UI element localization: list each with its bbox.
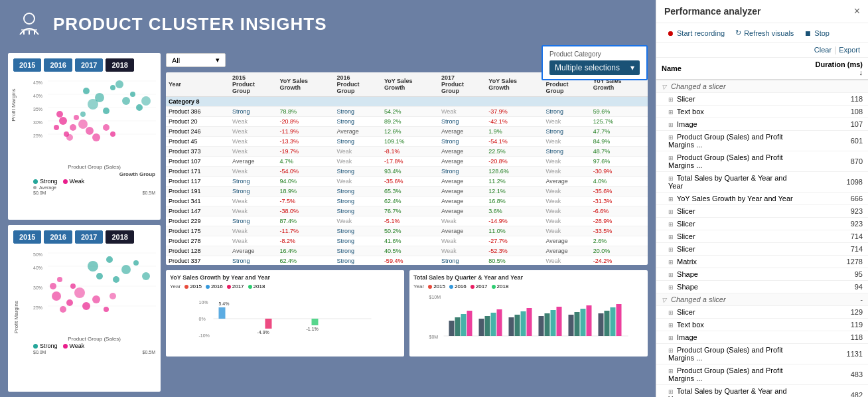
svg-text:25%: 25% bbox=[33, 133, 42, 138]
cell-v16: 109.1% bbox=[382, 137, 439, 147]
page-title: PRODUCT CLUSTER INSIGHTS bbox=[53, 14, 327, 35]
svg-rect-82 bbox=[485, 316, 490, 336]
year-btn-2016-bottom[interactable]: 2016 bbox=[44, 230, 72, 244]
export-button[interactable]: Export bbox=[839, 46, 860, 54]
cell-v18: 59.6% bbox=[591, 107, 648, 117]
cell-g17: Average bbox=[439, 147, 486, 157]
expand-icon: ⊞ bbox=[668, 121, 674, 128]
cell-product: Product 341 bbox=[166, 197, 230, 206]
cell-v17: -20.8% bbox=[486, 157, 543, 167]
cell-g17: Weak bbox=[439, 236, 486, 246]
svg-rect-99 bbox=[611, 307, 616, 336]
svg-rect-85 bbox=[509, 317, 514, 336]
year-btn-2017-bottom[interactable]: 2017 bbox=[75, 230, 103, 244]
col-2015-group: 2015ProductGroup bbox=[230, 72, 277, 97]
x-axis-label-bottom: Product Group (Sales) bbox=[33, 336, 155, 342]
cell-g17: Average bbox=[439, 127, 486, 137]
analyzer-row: ⊞ Product Group (Sales) and Profit Margi… bbox=[656, 364, 868, 385]
svg-rect-83 bbox=[491, 313, 496, 336]
cell-v17: -52.3% bbox=[486, 246, 543, 256]
cell-g18: Average bbox=[543, 236, 590, 246]
cell-v15: -38.0% bbox=[277, 206, 334, 216]
svg-point-50 bbox=[133, 260, 139, 266]
cell-g18: Strong bbox=[543, 147, 590, 157]
cell-g15: Weak bbox=[230, 236, 277, 246]
cell-v17: 22.5% bbox=[486, 147, 543, 157]
cell-v18: -24.2% bbox=[591, 256, 648, 266]
cell-g17: Weak bbox=[439, 216, 486, 226]
year-btn-2015-bottom[interactable]: 2015 bbox=[13, 230, 41, 244]
analyzer-table: Name Duration (ms) ↓ ▽ Changed a slicer … bbox=[656, 58, 868, 397]
svg-rect-91 bbox=[551, 310, 556, 336]
expand-icon: ⊞ bbox=[668, 96, 674, 103]
year-btn-2017-top[interactable]: 2017 bbox=[75, 58, 103, 72]
legend-weak-bottom: Weak bbox=[63, 343, 85, 349]
analyzer-row: ⊞ Shape 95 bbox=[656, 268, 868, 281]
close-button[interactable]: × bbox=[854, 5, 860, 17]
cell-v15: -13.3% bbox=[277, 137, 334, 147]
legend-weak-top: Weak bbox=[63, 178, 85, 185]
expand-icon: ⊞ bbox=[668, 175, 674, 182]
filter-all-label: All bbox=[172, 56, 180, 64]
svg-point-0 bbox=[24, 13, 35, 24]
analyzer-row: ⊞ Slicer 714 bbox=[656, 243, 868, 256]
svg-point-54 bbox=[66, 299, 73, 306]
analyzer-row: ⊞ YoY Sales Growth by Year and Year 666 bbox=[656, 193, 868, 205]
col-year: Year bbox=[166, 72, 230, 97]
cell-v16: -17.8% bbox=[382, 157, 439, 167]
table-row: Product 175 Weak -11.7% Strong 50.2% Ave… bbox=[166, 226, 648, 236]
analyzer-item-name: ⊞ Slicer bbox=[656, 93, 808, 106]
cell-g16: Strong bbox=[334, 236, 382, 246]
cell-v17: 12.1% bbox=[486, 187, 543, 197]
col-2016-group: 2016ProductGroup bbox=[334, 72, 382, 97]
start-recording-button[interactable]: ⏺ Start recording bbox=[664, 28, 727, 39]
svg-point-21 bbox=[130, 92, 135, 97]
expand-icon: ⊞ bbox=[668, 234, 674, 240]
year-btn-2016-top[interactable]: 2016 bbox=[44, 58, 72, 72]
filter-icon: ▽ bbox=[662, 297, 666, 303]
chevron-down-icon: ▾ bbox=[630, 63, 634, 72]
analyzer-item-duration: 714 bbox=[808, 243, 868, 256]
analyzer-row: ⊞ Image 118 bbox=[656, 331, 868, 344]
svg-rect-97 bbox=[599, 313, 604, 336]
year-btn-2018-top[interactable]: 2018 bbox=[106, 58, 133, 72]
bottom-scatter-chart: 2015 2016 2017 2018 Profit Margins 50% 4… bbox=[8, 225, 161, 392]
cell-g18: Average bbox=[543, 177, 590, 187]
stop-button[interactable]: ⏹ Stop bbox=[802, 28, 832, 39]
cell-g17: Strong bbox=[439, 167, 486, 177]
year-btn-2018-bottom[interactable]: 2018 bbox=[106, 230, 133, 244]
cell-v17: 3.6% bbox=[486, 206, 543, 216]
cell-v17: 11.0% bbox=[486, 226, 543, 236]
cell-v18: 2.6% bbox=[591, 236, 648, 246]
cell-v16: 65.3% bbox=[382, 187, 439, 197]
analyzer-item-duration: 923 bbox=[808, 205, 868, 218]
svg-point-17 bbox=[110, 85, 115, 90]
refresh-visuals-button[interactable]: ↻ Refresh visuals bbox=[733, 27, 796, 39]
svg-rect-86 bbox=[515, 315, 520, 336]
expand-icon: ⊞ bbox=[668, 272, 674, 278]
cell-g15: Weak bbox=[230, 197, 277, 206]
expand-icon: ⊞ bbox=[668, 322, 674, 329]
cell-v16: -59.4% bbox=[382, 256, 439, 266]
analyzer-section-duration: - bbox=[808, 293, 868, 306]
product-category-dropdown[interactable]: Multiple selections ▾ bbox=[549, 60, 640, 75]
expand-icon: ⊞ bbox=[668, 284, 674, 291]
svg-rect-92 bbox=[557, 307, 562, 336]
clear-button[interactable]: Clear bbox=[814, 46, 832, 54]
cell-g17: Average bbox=[439, 206, 486, 216]
cell-g15: Average bbox=[230, 246, 277, 256]
col-name-header: Name bbox=[656, 58, 808, 80]
year-btn-2015-top[interactable]: 2015 bbox=[13, 58, 41, 72]
cell-g16: Strong bbox=[334, 206, 382, 216]
analyzer-row: ⊞ Slicer 118 bbox=[656, 93, 868, 106]
analyzer-item-name: ⊞ Slicer bbox=[656, 205, 808, 218]
expand-icon: ⊞ bbox=[668, 208, 674, 215]
analyzer-item-name: ⊞ Image bbox=[656, 331, 808, 344]
svg-rect-93 bbox=[569, 315, 574, 336]
cell-v16: 89.2% bbox=[382, 117, 439, 127]
filter-dropdown[interactable]: All ▾ bbox=[166, 53, 226, 67]
svg-point-28 bbox=[78, 119, 88, 129]
analyzer-row: ⊞ Total Sales by Quarter & Year and Year… bbox=[656, 385, 868, 398]
cell-g18: Weak bbox=[543, 157, 590, 167]
content-area: 2015 2016 2017 2018 Profit Margins 45% 4… bbox=[0, 48, 656, 397]
